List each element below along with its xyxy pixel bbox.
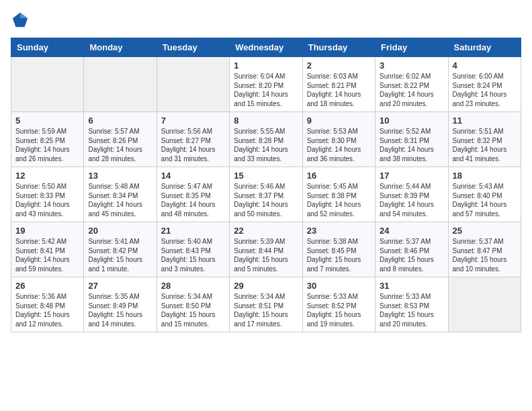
day-cell-16: 16Sunrise: 5:45 AM Sunset: 8:38 PM Dayli… (302, 167, 375, 222)
day-info: Sunrise: 6:03 AM Sunset: 8:21 PM Dayligh… (307, 72, 371, 108)
day-cell-31: 31Sunrise: 5:33 AM Sunset: 8:53 PM Dayli… (375, 277, 448, 332)
header-day-friday: Friday (375, 38, 448, 57)
day-number: 4 (453, 60, 517, 71)
day-number: 18 (453, 171, 517, 181)
logo (11, 11, 32, 30)
day-cell-3: 3Sunrise: 6:02 AM Sunset: 8:22 PM Daylig… (375, 57, 448, 112)
day-number: 22 (234, 226, 298, 236)
header-day-saturday: Saturday (448, 38, 521, 57)
day-info: Sunrise: 5:50 AM Sunset: 8:33 PM Dayligh… (15, 182, 79, 218)
day-number: 28 (161, 281, 225, 291)
day-cell-19: 19Sunrise: 5:42 AM Sunset: 8:41 PM Dayli… (11, 222, 84, 277)
day-info: Sunrise: 5:39 AM Sunset: 8:44 PM Dayligh… (234, 237, 298, 273)
day-number: 30 (307, 281, 371, 291)
day-info: Sunrise: 5:40 AM Sunset: 8:43 PM Dayligh… (161, 237, 225, 273)
day-info: Sunrise: 5:34 AM Sunset: 8:50 PM Dayligh… (161, 292, 225, 328)
day-info: Sunrise: 5:52 AM Sunset: 8:31 PM Dayligh… (380, 127, 443, 163)
day-number: 1 (234, 60, 298, 71)
day-number: 6 (88, 116, 152, 126)
empty-cell (157, 57, 229, 112)
day-cell-18: 18Sunrise: 5:43 AM Sunset: 8:40 PM Dayli… (448, 167, 521, 222)
day-info: Sunrise: 5:42 AM Sunset: 8:41 PM Dayligh… (15, 237, 79, 273)
day-number: 8 (234, 116, 298, 126)
day-number: 3 (380, 60, 443, 71)
day-info: Sunrise: 5:55 AM Sunset: 8:28 PM Dayligh… (234, 127, 298, 163)
day-info: Sunrise: 5:37 AM Sunset: 8:47 PM Dayligh… (453, 237, 517, 273)
day-number: 10 (380, 116, 443, 126)
day-cell-29: 29Sunrise: 5:34 AM Sunset: 8:51 PM Dayli… (230, 277, 302, 332)
day-number: 19 (15, 226, 79, 236)
day-info: Sunrise: 5:34 AM Sunset: 8:51 PM Dayligh… (234, 292, 298, 328)
day-info: Sunrise: 5:51 AM Sunset: 8:32 PM Dayligh… (453, 127, 517, 163)
week-row-0: 1Sunrise: 6:04 AM Sunset: 8:20 PM Daylig… (11, 57, 521, 112)
day-number: 15 (234, 171, 298, 181)
day-cell-6: 6Sunrise: 5:57 AM Sunset: 8:26 PM Daylig… (84, 112, 157, 167)
day-info: Sunrise: 5:36 AM Sunset: 8:48 PM Dayligh… (15, 292, 79, 328)
day-number: 11 (453, 116, 517, 126)
day-cell-27: 27Sunrise: 5:35 AM Sunset: 8:49 PM Dayli… (84, 277, 157, 332)
day-number: 20 (88, 226, 152, 236)
day-info: Sunrise: 5:33 AM Sunset: 8:53 PM Dayligh… (380, 292, 443, 328)
day-number: 21 (161, 226, 225, 236)
calendar-body: 1Sunrise: 6:04 AM Sunset: 8:20 PM Daylig… (11, 57, 521, 332)
day-info: Sunrise: 5:47 AM Sunset: 8:35 PM Dayligh… (161, 182, 225, 218)
week-row-2: 12Sunrise: 5:50 AM Sunset: 8:33 PM Dayli… (11, 167, 521, 222)
day-number: 12 (15, 171, 79, 181)
day-cell-2: 2Sunrise: 6:03 AM Sunset: 8:21 PM Daylig… (302, 57, 375, 112)
day-info: Sunrise: 5:44 AM Sunset: 8:39 PM Dayligh… (380, 182, 443, 218)
day-number: 26 (15, 281, 79, 291)
page-header (11, 11, 521, 30)
day-cell-25: 25Sunrise: 5:37 AM Sunset: 8:47 PM Dayli… (448, 222, 521, 277)
day-cell-4: 4Sunrise: 6:00 AM Sunset: 8:24 PM Daylig… (448, 57, 521, 112)
day-cell-11: 11Sunrise: 5:51 AM Sunset: 8:32 PM Dayli… (448, 112, 521, 167)
day-cell-22: 22Sunrise: 5:39 AM Sunset: 8:44 PM Dayli… (230, 222, 302, 277)
day-cell-14: 14Sunrise: 5:47 AM Sunset: 8:35 PM Dayli… (157, 167, 229, 222)
logo-icon (11, 11, 30, 30)
day-cell-17: 17Sunrise: 5:44 AM Sunset: 8:39 PM Dayli… (375, 167, 448, 222)
day-cell-21: 21Sunrise: 5:40 AM Sunset: 8:43 PM Dayli… (157, 222, 229, 277)
day-cell-5: 5Sunrise: 5:59 AM Sunset: 8:25 PM Daylig… (11, 112, 84, 167)
day-info: Sunrise: 5:33 AM Sunset: 8:52 PM Dayligh… (307, 292, 371, 328)
day-cell-12: 12Sunrise: 5:50 AM Sunset: 8:33 PM Dayli… (11, 167, 84, 222)
day-number: 23 (307, 226, 371, 236)
day-cell-13: 13Sunrise: 5:48 AM Sunset: 8:34 PM Dayli… (84, 167, 157, 222)
day-cell-23: 23Sunrise: 5:38 AM Sunset: 8:45 PM Dayli… (302, 222, 375, 277)
day-number: 2 (307, 60, 371, 71)
day-cell-8: 8Sunrise: 5:55 AM Sunset: 8:28 PM Daylig… (230, 112, 302, 167)
header-day-monday: Monday (84, 38, 157, 57)
header-day-tuesday: Tuesday (157, 38, 229, 57)
day-number: 14 (161, 171, 225, 181)
day-info: Sunrise: 6:00 AM Sunset: 8:24 PM Dayligh… (453, 72, 517, 108)
day-cell-30: 30Sunrise: 5:33 AM Sunset: 8:52 PM Dayli… (302, 277, 375, 332)
day-cell-9: 9Sunrise: 5:53 AM Sunset: 8:30 PM Daylig… (302, 112, 375, 167)
day-info: Sunrise: 5:53 AM Sunset: 8:30 PM Dayligh… (307, 127, 371, 163)
day-cell-1: 1Sunrise: 6:04 AM Sunset: 8:20 PM Daylig… (230, 57, 302, 112)
day-info: Sunrise: 5:38 AM Sunset: 8:45 PM Dayligh… (307, 237, 371, 273)
week-row-3: 19Sunrise: 5:42 AM Sunset: 8:41 PM Dayli… (11, 222, 521, 277)
empty-cell (84, 57, 157, 112)
day-info: Sunrise: 5:41 AM Sunset: 8:42 PM Dayligh… (88, 237, 152, 273)
day-info: Sunrise: 6:02 AM Sunset: 8:22 PM Dayligh… (380, 72, 443, 108)
day-info: Sunrise: 5:48 AM Sunset: 8:34 PM Dayligh… (88, 182, 152, 218)
header-day-wednesday: Wednesday (230, 38, 302, 57)
day-info: Sunrise: 5:46 AM Sunset: 8:37 PM Dayligh… (234, 182, 298, 218)
header-day-thursday: Thursday (302, 38, 375, 57)
day-cell-26: 26Sunrise: 5:36 AM Sunset: 8:48 PM Dayli… (11, 277, 84, 332)
week-row-4: 26Sunrise: 5:36 AM Sunset: 8:48 PM Dayli… (11, 277, 521, 332)
week-row-1: 5Sunrise: 5:59 AM Sunset: 8:25 PM Daylig… (11, 112, 521, 167)
day-number: 25 (453, 226, 517, 236)
day-cell-15: 15Sunrise: 5:46 AM Sunset: 8:37 PM Dayli… (230, 167, 302, 222)
day-info: Sunrise: 5:43 AM Sunset: 8:40 PM Dayligh… (453, 182, 517, 218)
day-number: 27 (88, 281, 152, 291)
day-info: Sunrise: 5:45 AM Sunset: 8:38 PM Dayligh… (307, 182, 371, 218)
day-info: Sunrise: 5:57 AM Sunset: 8:26 PM Dayligh… (88, 127, 152, 163)
day-number: 31 (380, 281, 443, 291)
day-cell-28: 28Sunrise: 5:34 AM Sunset: 8:50 PM Dayli… (157, 277, 229, 332)
day-info: Sunrise: 5:59 AM Sunset: 8:25 PM Dayligh… (15, 127, 79, 163)
svg-marker-1 (20, 13, 28, 18)
header-day-sunday: Sunday (11, 38, 84, 57)
day-cell-24: 24Sunrise: 5:37 AM Sunset: 8:46 PM Dayli… (375, 222, 448, 277)
day-info: Sunrise: 5:37 AM Sunset: 8:46 PM Dayligh… (380, 237, 443, 273)
day-number: 29 (234, 281, 298, 291)
day-number: 24 (380, 226, 443, 236)
